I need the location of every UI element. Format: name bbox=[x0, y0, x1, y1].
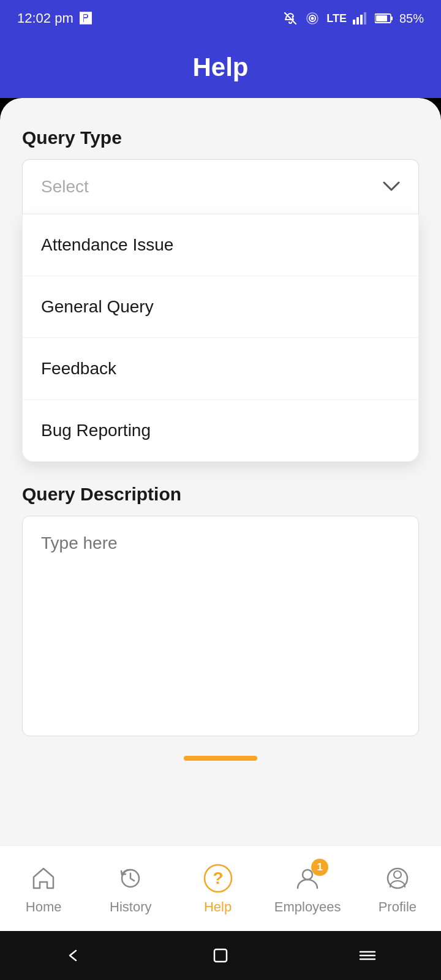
android-home-button[interactable] bbox=[211, 946, 230, 965]
nav-label-home: Home bbox=[26, 899, 62, 915]
nav-label-help: Help bbox=[204, 899, 232, 915]
notification-icon bbox=[282, 10, 298, 26]
chevron-down-icon bbox=[383, 181, 400, 192]
svg-point-2 bbox=[311, 17, 314, 20]
status-time: 12:02 pm bbox=[17, 10, 74, 26]
battery-icon bbox=[375, 13, 393, 24]
status-bar: 12:02 pm 🅿 LTE bbox=[0, 0, 441, 37]
dropdown-item-general[interactable]: General Query bbox=[23, 276, 418, 338]
bottom-nav: Home History ? Help bbox=[0, 845, 441, 931]
android-nav-bar bbox=[0, 931, 441, 980]
query-description-section: Query Description bbox=[22, 484, 419, 739]
help-icon: ? bbox=[202, 862, 234, 894]
nav-item-profile[interactable]: Profile bbox=[367, 862, 428, 915]
nav-item-help[interactable]: ? Help bbox=[187, 862, 249, 915]
dropdown-item-feedback[interactable]: Feedback bbox=[23, 338, 418, 400]
scroll-indicator bbox=[184, 756, 257, 761]
nav-label-profile: Profile bbox=[379, 899, 417, 915]
battery-percent: 85% bbox=[399, 12, 424, 26]
nav-item-history[interactable]: History bbox=[100, 862, 161, 915]
dropdown-item-attendance[interactable]: Attendance Issue bbox=[23, 214, 418, 276]
svg-rect-8 bbox=[391, 17, 393, 20]
query-type-label: Query Type bbox=[22, 127, 419, 148]
svg-point-13 bbox=[303, 870, 312, 880]
signal-icon: LTE bbox=[326, 12, 347, 25]
query-type-select[interactable]: Select bbox=[22, 159, 419, 214]
radio-icon bbox=[304, 10, 320, 26]
query-description-label: Query Description bbox=[22, 484, 419, 505]
svg-rect-9 bbox=[376, 15, 387, 21]
svg-rect-3 bbox=[353, 20, 355, 24]
query-description-input[interactable] bbox=[22, 516, 419, 736]
page-title: Help bbox=[192, 53, 248, 82]
home-icon bbox=[28, 862, 59, 894]
profile-icon bbox=[382, 862, 413, 894]
employees-badge: 1 bbox=[311, 859, 328, 876]
android-menu-button[interactable] bbox=[358, 946, 377, 965]
svg-rect-5 bbox=[360, 15, 363, 24]
status-icon-car: 🅿 bbox=[80, 12, 92, 26]
android-back-button[interactable] bbox=[64, 946, 83, 965]
status-right: LTE 85% bbox=[282, 10, 424, 26]
bars-icon bbox=[353, 12, 369, 24]
employees-icon: 1 bbox=[292, 862, 323, 894]
nav-item-home[interactable]: Home bbox=[13, 862, 74, 915]
svg-point-15 bbox=[394, 871, 401, 878]
dropdown-list: Attendance Issue General Query Feedback … bbox=[22, 214, 419, 462]
nav-label-history: History bbox=[110, 899, 151, 915]
history-icon bbox=[115, 862, 146, 894]
svg-rect-16 bbox=[214, 949, 227, 962]
query-type-section: Query Type Select Attendance Issue Gener… bbox=[22, 127, 419, 462]
main-content: Query Type Select Attendance Issue Gener… bbox=[0, 98, 441, 845]
app-header: Help bbox=[0, 37, 441, 98]
status-left: 12:02 pm 🅿 bbox=[17, 10, 92, 26]
svg-text:?: ? bbox=[213, 869, 223, 888]
select-placeholder: Select bbox=[41, 177, 89, 197]
dropdown-item-bug[interactable]: Bug Reporting bbox=[23, 400, 418, 461]
nav-label-employees: Employees bbox=[274, 899, 341, 915]
svg-rect-6 bbox=[364, 12, 366, 24]
nav-item-employees[interactable]: 1 Employees bbox=[274, 862, 341, 915]
svg-rect-4 bbox=[356, 17, 359, 24]
